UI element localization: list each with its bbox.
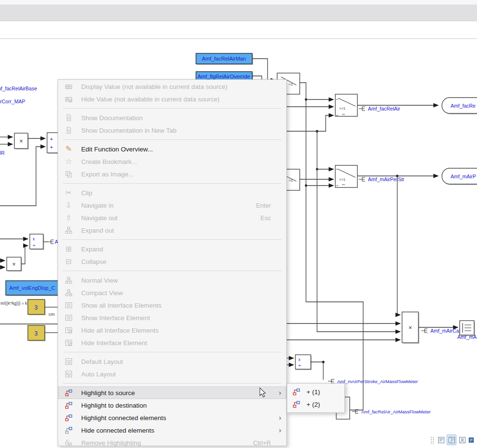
- view-list-button[interactable]: [436, 435, 446, 445]
- menu-item-shortcut: Ctrl+R: [253, 439, 274, 447]
- divide-op-div: ÷: [33, 243, 36, 248]
- wire[interactable]: [283, 115, 333, 131]
- menu-item-expand: ⊞ Expand: [58, 243, 286, 255]
- wire[interactable]: [0, 147, 45, 206]
- annotation-cm: cm: [49, 311, 55, 317]
- menu-item-expand-out: Expand out: [58, 224, 286, 236]
- menu-item-compact-view: Compact View: [58, 286, 286, 299]
- submenu-item-label: + (2): [306, 401, 320, 408]
- normal-view-icon: [64, 276, 73, 285]
- menu-item-shortcut: Enter: [256, 202, 274, 209]
- menu-item-shortcut: Esc: [260, 214, 274, 222]
- interface-hide-icon: [64, 338, 73, 347]
- divide-block-1[interactable]: [30, 234, 43, 249]
- menu-item-edit-function-overview[interactable]: ✎ Edit Function Overview...: [58, 143, 286, 155]
- product-op: ×: [12, 261, 15, 268]
- menu-item-label: Show Documentation in New Tab: [81, 127, 177, 134]
- hide-connected-icon: [64, 426, 73, 435]
- auto-layout-icon: [64, 370, 73, 378]
- param-block-label: Amf_volEngDisp_C: [9, 285, 55, 291]
- wire[interactable]: [311, 362, 323, 380]
- compact-view-icon: [64, 288, 73, 297]
- menu-item-label: Auto Layout: [81, 371, 116, 378]
- interface-list-icon: [64, 313, 73, 322]
- split-panel-icon: [448, 436, 455, 444]
- menu-separator: [63, 108, 281, 109]
- document-icon: [64, 113, 73, 122]
- view-split-button[interactable]: [447, 435, 456, 445]
- menu-item-label: Normal View: [81, 277, 118, 284]
- menu-item-hide-connected-elements[interactable]: Hide connected elements ›: [58, 424, 286, 436]
- signal-label-ir: IR: [0, 150, 5, 156]
- interface-hide-icon: [64, 326, 73, 335]
- statusbar-view-controls: [429, 434, 477, 447]
- menu-item-remove-highlighting: Remove Highlighting Ctrl+R: [58, 436, 286, 448]
- view-profile-button[interactable]: [457, 435, 467, 445]
- submenu-item-label: + (1): [306, 388, 320, 396]
- signal-label-mairperstr: Amf_mAirPerStr: [368, 176, 404, 182]
- submenu-arrow-icon: ›: [274, 389, 286, 397]
- menu-item-label: Export as Image...: [81, 171, 134, 178]
- drag-handle-dots-icon[interactable]: [430, 436, 434, 444]
- menu-item-highlight-to-destination[interactable]: Highlight to destination: [58, 399, 286, 411]
- wire[interactable]: [252, 59, 275, 80]
- sum-op-1: +: [50, 136, 53, 142]
- expand-icon: ⊞: [64, 245, 73, 253]
- menu-separator: [63, 239, 281, 240]
- menu-item-label: Expand: [81, 246, 103, 253]
- remove-highlight-icon: [64, 438, 73, 447]
- constant-value: 3: [35, 330, 38, 337]
- menu-item-highlight-connected-elements[interactable]: Highlight connected elements ›: [58, 411, 286, 424]
- menu-item-label: Edit Function Overview...: [81, 146, 153, 153]
- interface-port-icon: [48, 240, 54, 244]
- switch-threshold: =1: [289, 82, 293, 87]
- menu-item-highlight-to-source[interactable]: Highlight to source ›: [58, 386, 286, 399]
- interface-port-icon: [328, 379, 334, 383]
- menu-item-label: Highlight to destination: [81, 402, 147, 409]
- navigate-in-icon: ⇩: [64, 201, 73, 210]
- menu-item-export-as-image: Export as Image...: [58, 168, 286, 180]
- menu-item-label: Hide all Interface Elements: [81, 327, 159, 334]
- signal-label-corrmap: rCorr_MAP: [0, 99, 25, 104]
- menu-separator: [63, 139, 281, 140]
- navigate-out-icon: ⇧: [64, 213, 73, 222]
- menu-item-label: Expand out: [81, 227, 114, 234]
- highlight-icon: [292, 387, 301, 396]
- submenu-item-1[interactable]: + (1): [287, 386, 344, 398]
- menu-item-label: Show Documentation: [81, 114, 143, 122]
- highlight-icon: [64, 388, 73, 397]
- value-hide-icon: [64, 95, 73, 103]
- submenu-item-2[interactable]: + (2): [287, 398, 344, 411]
- context-menu: Display Value (not available in current …: [58, 79, 287, 446]
- menu-item-show-all-interface-elements: Show all Interface Elements: [58, 299, 286, 311]
- source-block-label: Amf_flgRelAirOverride: [197, 74, 250, 79]
- menu-item-label: Hide Value (not available in current dat…: [81, 96, 220, 103]
- highlight-icon: [64, 401, 73, 410]
- divide-block-2[interactable]: [295, 355, 311, 369]
- submenu-arrow-icon: ›: [274, 414, 286, 422]
- signal-label-strokemeter: Amf_mAirPerStroke_AirMassFlowMeter: [337, 379, 418, 384]
- interface-list-icon: [64, 301, 73, 310]
- mouse-cursor: [259, 387, 267, 398]
- menu-item-label: Hide connected elements: [81, 427, 154, 434]
- highlight-icon: [64, 413, 73, 422]
- clip-icon: ✂: [64, 188, 73, 197]
- outport-label: Amf_mAirP: [451, 174, 476, 179]
- menu-item-collapse: ⊟ Collapse: [58, 255, 286, 268]
- signal-label-facmeter: Amf_facRelAir_AirMassFlowMeter: [361, 409, 431, 414]
- switch-threshold: =1: [289, 178, 293, 183]
- interface-port-icon: [359, 107, 365, 111]
- view-report-button[interactable]: [468, 435, 475, 445]
- annotation-kexpr: m/((K*kg))) = k: [0, 301, 27, 306]
- menu-item-label: Show all Interface Elements: [81, 302, 161, 309]
- menu-item-label: Highlight to source: [81, 389, 135, 397]
- wire[interactable]: [21, 246, 28, 264]
- star-icon: ☆: [64, 157, 73, 166]
- menu-item-display-value: Display Value (not available in current …: [58, 80, 286, 93]
- menu-separator: [63, 352, 281, 352]
- menu-item-normal-view: Normal View: [58, 274, 286, 286]
- menu-item-label: Hide Interface Element: [81, 339, 147, 347]
- menu-item-show-documentation-new-tab: Show Documentation in New Tab: [58, 124, 286, 137]
- menu-item-show-documentation: Show Documentation: [58, 112, 286, 124]
- wire[interactable]: [397, 176, 400, 315]
